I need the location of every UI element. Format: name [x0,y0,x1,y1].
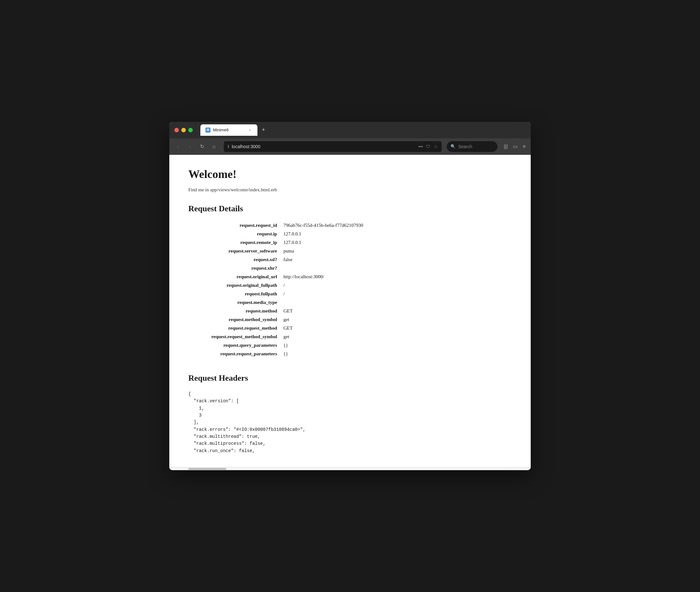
field-label: request.media_type [188,298,283,307]
field-label: request.method [188,307,283,315]
field-value: GET [283,307,512,315]
field-label: request.remote_ip [188,238,283,247]
field-label: request.server_software [188,247,283,255]
table-row: request.media_type [188,298,512,307]
address-star-button[interactable]: ☆ [434,144,438,149]
headers-code-block: { "rack.version": [ 1, 3 ], "rack.errors… [188,391,512,455]
search-icon: 🔍 [450,144,455,149]
table-row: request.original_fullpath/ [188,281,512,290]
table-row: request.original_urlhttp://localhost:300… [188,273,512,281]
table-row: request.ip127.0.0.1 [188,230,512,238]
field-label: request.query_parameters [188,341,283,350]
page-title: Welcome! [188,167,512,181]
new-tab-button[interactable]: + [259,125,268,135]
browser-titlebar: M Minime6 × + [169,122,531,138]
table-row: request.method_symbolget [188,315,512,324]
menu-button[interactable]: ≡ [522,142,527,151]
field-value: 796ab76c-f55d-415b-be6a-f77d62107930 [283,221,512,230]
field-label: request.request_method [188,324,283,333]
field-value: 127.0.0.1 [283,238,512,247]
tab-favicon: M [205,128,211,133]
field-label: request.request_parameters [188,350,283,358]
page-content: Welcome! Find me in app/views/welcome/in… [169,155,531,467]
field-value: get [283,315,512,324]
request-headers-heading: Request Headers [188,374,512,383]
field-value: 127.0.0.1 [283,230,512,238]
tab-title: Minime6 [213,128,245,132]
address-info-icon: ℹ [228,144,229,149]
field-value: false [283,255,512,264]
request-details-heading: Request Details [188,204,512,213]
library-button[interactable]: ||| [502,142,509,151]
field-label: request.method_symbol [188,315,283,324]
address-shield-button[interactable]: 🛡 [426,144,431,149]
field-label: request.original_fullpath [188,281,283,290]
browser-window: M Minime6 × + ‹ › ↻ ⌂ ℹ localhost:3000 •… [169,122,531,471]
field-label: request.original_url [188,273,283,281]
table-row: request.ssl?false [188,255,512,264]
home-button[interactable]: ⌂ [209,142,219,151]
field-value: {} [283,350,512,358]
close-traffic-light[interactable] [174,128,179,132]
traffic-lights [174,128,193,132]
request-headers-section: Request Headers { "rack.version": [ 1, 3… [188,374,512,455]
table-row: request.request_id796ab76c-f55d-415b-be6… [188,221,512,230]
address-actions: ••• 🛡 ☆ [418,144,438,149]
address-bar[interactable]: ℹ localhost:3000 ••• 🛡 ☆ [224,141,442,152]
table-row: request.server_softwarepuma [188,247,512,255]
toolbar-right: ||| ▭ ≡ [502,142,527,151]
address-dots-button[interactable]: ••• [418,144,423,149]
table-row: request.fullpath/ [188,290,512,298]
field-value: / [283,290,512,298]
browser-toolbar: ‹ › ↻ ⌂ ℹ localhost:3000 ••• 🛡 ☆ 🔍 Searc… [169,138,531,155]
field-label: request.ssl? [188,255,283,264]
minimize-traffic-light[interactable] [181,128,186,132]
horizontal-scrollbar[interactable] [169,467,531,470]
table-row: request.request_method_symbolget [188,333,512,341]
field-value [283,264,512,273]
field-label: request.request_id [188,221,283,230]
refresh-button[interactable]: ↻ [197,142,207,151]
field-label: request.xhr? [188,264,283,273]
field-value: http://localhost:3000/ [283,273,512,281]
field-label: request.request_method_symbol [188,333,283,341]
active-tab[interactable]: M Minime6 × [200,125,258,136]
table-row: request.methodGET [188,307,512,315]
back-button[interactable]: ‹ [173,142,182,151]
table-row: request.remote_ip127.0.0.1 [188,238,512,247]
forward-button[interactable]: › [185,142,195,151]
maximize-traffic-light[interactable] [188,128,193,132]
page-subtitle: Find me in app/views/welcome/index.html.… [188,187,512,193]
search-placeholder: Search [458,144,472,149]
field-label: request.fullpath [188,290,283,298]
field-value: / [283,281,512,290]
address-url: localhost:3000 [232,144,416,149]
tab-close-button[interactable]: × [247,128,252,133]
field-value: get [283,333,512,341]
table-row: request.request_parameters{} [188,350,512,358]
field-value [283,298,512,307]
field-value: {} [283,341,512,350]
scrollbar-thumb[interactable] [188,468,226,470]
tab-bar: M Minime6 × + [200,125,526,136]
field-value: GET [283,324,512,333]
table-row: request.request_methodGET [188,324,512,333]
sidebar-button[interactable]: ▭ [512,142,519,151]
field-label: request.ip [188,230,283,238]
search-bar[interactable]: 🔍 Search [447,141,497,152]
request-details-table: request.request_id796ab76c-f55d-415b-be6… [188,221,512,358]
table-row: request.xhr? [188,264,512,273]
table-row: request.query_parameters{} [188,341,512,350]
field-value: puma [283,247,512,255]
